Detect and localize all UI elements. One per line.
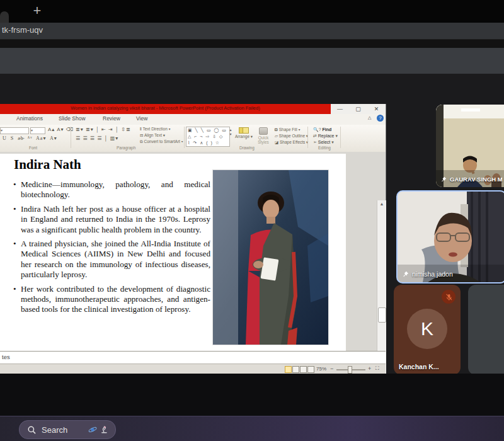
tab-review[interactable]: Review bbox=[103, 115, 120, 122]
slide-bullet: Medicine—immunology, pathology, and medi… bbox=[13, 180, 210, 200]
participant-tile-kanchan[interactable]: K Kanchan K... bbox=[394, 285, 461, 375]
powerpoint-window: Women in indian catalyzing viksit bharat… bbox=[0, 104, 386, 373]
browser-toolbar-strip bbox=[0, 48, 504, 74]
shape-fill-button[interactable]: 🞓 Shape Fill ▾ bbox=[275, 127, 301, 132]
normal-view-icon[interactable] bbox=[285, 366, 292, 373]
font-name-dropdown[interactable]: ▾ bbox=[0, 127, 29, 134]
windows-taskbar: Search 2 bbox=[0, 416, 504, 441]
shape-outline-button[interactable]: ▱ Shape Outline ▾ bbox=[275, 134, 308, 139]
quick-styles-button[interactable]: Quick Styles bbox=[255, 127, 272, 144]
zoom-slider-thumb[interactable] bbox=[348, 366, 352, 374]
participant-name-chip: GAURAV SINGH M bbox=[441, 176, 503, 183]
pin-icon bbox=[441, 176, 447, 182]
search-highlight-icon bbox=[99, 425, 109, 435]
ppt-window-title: Women in indian catalyzing viksit bharat… bbox=[0, 105, 331, 111]
ribbon-collapse-icon[interactable]: △ bbox=[368, 115, 371, 120]
replace-button[interactable]: ⇄ Replace ▾ bbox=[313, 134, 338, 139]
meet-control-bar bbox=[0, 374, 504, 416]
browser-tab[interactable] bbox=[0, 11, 9, 23]
align-icons[interactable]: ☰ ☰ ☰ ☰ │ ▥▾ bbox=[76, 135, 118, 141]
new-tab-button[interactable]: + bbox=[28, 3, 47, 20]
slide-sorter-view-icon[interactable] bbox=[292, 366, 299, 373]
slide-area: Indira Nath Medicine—immunology, patholo… bbox=[0, 152, 386, 351]
notes-text-fragment: tes bbox=[2, 353, 10, 360]
group-divider bbox=[340, 127, 341, 148]
browser-url-bar[interactable]: tk-frsm-uqv bbox=[0, 23, 504, 40]
group-divider bbox=[184, 127, 185, 148]
zoom-out-icon[interactable]: − bbox=[330, 365, 333, 372]
fit-to-window-icon[interactable]: ⛶ bbox=[375, 365, 379, 372]
tab-animations[interactable]: Animations bbox=[16, 115, 43, 122]
convert-smartart-button[interactable]: ⧉ Convert to SmartArt ▾ bbox=[140, 139, 183, 144]
muted-mic-icon bbox=[442, 290, 455, 304]
shapes-gallery[interactable]: ▣ ╲ ╲ ▭ ◯ ▭△ ⌐ ¬ ⇨ ⇩ ◇⌇ ↷ ∧ ( ) ☆ bbox=[186, 127, 230, 147]
avatar: K bbox=[407, 309, 447, 349]
text-direction-button[interactable]: ⫴ Text Direction ▾ bbox=[140, 127, 171, 132]
slide-bullet: A trained physician, she joined the All-… bbox=[13, 239, 210, 280]
participant-tile-gaurav[interactable]: GAURAV SINGH M bbox=[436, 105, 504, 187]
align-text-button[interactable]: ⊟ Align Text ▾ bbox=[140, 133, 165, 138]
screen: + tk-frsm-uqv Women in indian catalyzing… bbox=[0, 0, 504, 441]
slideshow-view-icon[interactable] bbox=[307, 366, 314, 373]
shape-effects-button[interactable]: ◪ Shape Effects ▾ bbox=[275, 140, 308, 145]
slide-canvas[interactable]: Indira Nath Medicine—immunology, patholo… bbox=[0, 154, 346, 351]
reading-view-icon[interactable] bbox=[300, 366, 307, 373]
ppt-menubar: Animations Slide Show Review View △ ? bbox=[0, 114, 386, 125]
participant-tile-nimisha[interactable]: nimisha jadon bbox=[396, 190, 504, 284]
participant-name-chip: nimisha jadon bbox=[403, 270, 453, 278]
slide-title[interactable]: Indira Nath bbox=[14, 157, 81, 173]
pin-icon bbox=[403, 271, 409, 277]
ppt-ribbon: ▾ ▾ A▴ A▾ ⌫ U S a̶b̶ ᴬᵛ Aa▾ A▾ Font ≣▾ ≣… bbox=[0, 125, 386, 152]
participant-name-chip: Kanchan K... bbox=[399, 363, 439, 370]
meeting-code: tk-frsm-uqv bbox=[2, 25, 43, 35]
browser-tab-strip: + bbox=[0, 0, 504, 23]
editing-group-label: Editing bbox=[318, 146, 331, 150]
group-divider bbox=[307, 127, 308, 148]
zoom-in-icon[interactable]: + bbox=[368, 365, 371, 372]
scroll-up-icon[interactable]: ▲ bbox=[377, 202, 386, 206]
restore-button[interactable]: ▢ bbox=[349, 104, 367, 114]
scroll-thumb[interactable] bbox=[378, 307, 386, 323]
browser-divider bbox=[0, 40, 504, 48]
font-group-label: Font bbox=[29, 146, 37, 150]
select-button[interactable]: ➣ Select ▾ bbox=[313, 140, 334, 145]
notes-pane[interactable]: tes bbox=[0, 351, 386, 364]
tab-slide-show[interactable]: Slide Show bbox=[59, 115, 86, 122]
participant-tile-partial[interactable] bbox=[468, 285, 504, 375]
ppt-window-controls: — ▢ ✕ bbox=[331, 104, 386, 114]
ppt-titlebar[interactable]: Women in indian catalyzing viksit bharat… bbox=[0, 104, 331, 114]
arrange-button[interactable]: Arrange ▾ bbox=[234, 127, 253, 139]
close-button[interactable]: ✕ bbox=[367, 104, 386, 114]
find-button[interactable]: 🔍? Find bbox=[313, 127, 331, 132]
gallery-scroll-icons[interactable]: ▴▾ bbox=[228, 127, 233, 136]
tab-view[interactable]: View bbox=[136, 115, 147, 122]
paragraph-group-label: Paragraph bbox=[117, 146, 135, 150]
font-size-dropdown[interactable]: ▾ bbox=[30, 127, 45, 134]
group-divider bbox=[71, 127, 71, 148]
search-highlight-icon bbox=[88, 425, 98, 435]
search-box[interactable]: Search bbox=[19, 420, 116, 439]
list-indent-icons[interactable]: ≣▾ ≣▾ │ ⇤ ⇥ │ ⇳≣ bbox=[76, 127, 131, 132]
drawing-group-label: Drawing bbox=[239, 146, 255, 150]
slide-photo-indira-nath[interactable] bbox=[212, 169, 329, 345]
slide-bullet: Indira Nath left her post as a house off… bbox=[13, 204, 210, 235]
search-icon bbox=[27, 425, 37, 435]
slide-body-text[interactable]: Medicine—immunology, pathology, and medi… bbox=[13, 180, 210, 319]
slide-bullet: Her work contributed to the development … bbox=[13, 284, 210, 315]
zoom-level: 75% bbox=[316, 366, 326, 372]
ppt-status-bar: 75% − + ⛶ bbox=[0, 364, 386, 374]
font-style-icons[interactable]: U S a̶b̶ ᴬᵛ Aa▾ A▾ bbox=[3, 135, 57, 141]
minimize-button[interactable]: — bbox=[331, 104, 349, 114]
nimisha-video bbox=[398, 192, 504, 282]
gaurav-video bbox=[436, 105, 504, 187]
help-icon[interactable]: ? bbox=[377, 115, 384, 122]
search-label: Search bbox=[42, 425, 88, 435]
grow-shrink-font-icons[interactable]: A▴ A▾ ⌫ bbox=[48, 127, 74, 132]
